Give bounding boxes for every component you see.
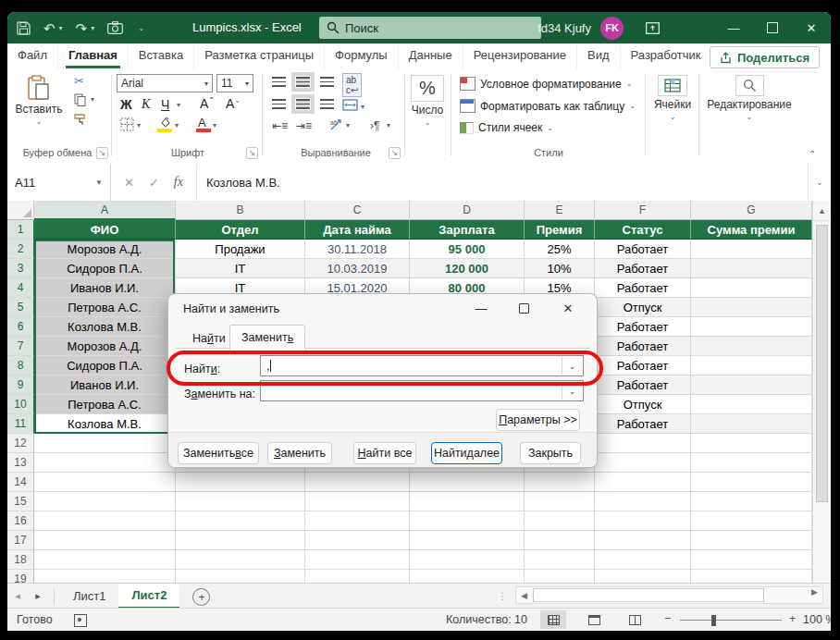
dialog-tab-1[interactable]: Заменить <box>229 325 305 350</box>
find-dropdown-icon[interactable]: ⌄ <box>562 357 582 375</box>
dialog-close-icon[interactable]: ✕ <box>552 294 584 322</box>
cell-D2[interactable]: 95 000 <box>410 240 525 259</box>
font-color-icon[interactable]: А <box>198 116 206 129</box>
column-header-F[interactable]: F <box>595 201 691 220</box>
italic-button[interactable]: К <box>142 97 150 112</box>
ribbon-display-options-icon[interactable] <box>633 12 672 43</box>
cell-D14[interactable] <box>410 473 525 492</box>
cell-A10[interactable]: Петрова А.С. <box>34 395 176 414</box>
qat-customize-icon[interactable]: ⌄ <box>138 24 144 32</box>
alignment-dialog-launcher-icon[interactable]: ↘ <box>389 147 401 159</box>
borders-icon[interactable] <box>120 117 134 131</box>
dialog-maximize-icon[interactable] <box>508 294 539 322</box>
row-header-18[interactable]: 18 <box>7 550 34 570</box>
cell-B2[interactable]: Продажи <box>176 240 305 259</box>
ribbon-tab-7[interactable]: Вид <box>577 43 621 69</box>
zoom-slider-thumb[interactable] <box>711 615 716 626</box>
cell-A4[interactable]: Иванов И.И. <box>34 278 176 298</box>
row-header-5[interactable]: 5 <box>7 298 34 317</box>
collapse-ribbon-icon[interactable]: ⌃ <box>809 149 816 159</box>
select-all-corner[interactable] <box>7 201 34 220</box>
cell-F18[interactable] <box>595 550 691 570</box>
cells-button[interactable]: Ячейки ⌄ <box>649 75 696 121</box>
cell-G2[interactable] <box>691 240 812 259</box>
cell-C14[interactable] <box>305 473 410 492</box>
cell-A16[interactable] <box>34 511 176 531</box>
sheet-tab-Лист1[interactable]: Лист1 <box>60 584 118 609</box>
align-middle-icon[interactable] <box>296 77 310 87</box>
cancel-entry-icon[interactable]: ✕ <box>124 176 134 190</box>
cell-F10[interactable]: Отпуск <box>595 395 691 414</box>
save-icon[interactable] <box>17 21 31 35</box>
table-header-cell[interactable]: Статус <box>595 220 691 240</box>
sheet-nav-left-icon[interactable]: ◂ <box>7 584 28 609</box>
horizontal-scrollbar[interactable]: ◀ ▶ <box>515 586 823 604</box>
confirm-entry-icon[interactable]: ✓ <box>149 176 159 190</box>
underline-button[interactable]: Ч <box>161 97 169 112</box>
replace-dropdown-icon[interactable]: ⌄ <box>562 382 582 400</box>
cell-A6[interactable]: Козлова М.В. <box>34 317 176 337</box>
dialog-button-4[interactable]: Закрыть <box>520 442 581 464</box>
table-header-cell[interactable]: Зарплата <box>410 220 525 240</box>
cell-D19[interactable] <box>410 570 525 583</box>
dialog-minimize-icon[interactable]: — <box>465 294 497 322</box>
cell-C18[interactable] <box>305 550 410 570</box>
cell-G15[interactable] <box>691 492 812 511</box>
cell-F15[interactable] <box>595 492 691 511</box>
decrease-font-icon[interactable]: А⌄ <box>226 96 241 111</box>
table-header-cell[interactable]: Дата найма <box>305 220 410 240</box>
text-direction-icon[interactable]: ›¶ <box>370 119 379 132</box>
ribbon-tab-1[interactable]: Главная <box>58 43 129 69</box>
ribbon-tab-3[interactable]: Разметка страницы <box>194 43 325 69</box>
redo-icon[interactable]: ↷ <box>76 21 88 35</box>
editing-button[interactable]: Редактирование ⌄ <box>703 75 796 121</box>
cell-G5[interactable] <box>691 298 812 317</box>
zoom-out-icon[interactable]: − <box>664 612 671 625</box>
replace-input[interactable]: ⌄ <box>260 380 584 401</box>
scroll-left-icon[interactable]: ◀ <box>516 587 532 603</box>
column-header-B[interactable]: B <box>176 201 305 220</box>
row-header-13[interactable]: 13 <box>7 453 34 473</box>
cell-E16[interactable] <box>525 511 595 531</box>
cell-G11[interactable] <box>691 414 812 434</box>
cell-G4[interactable] <box>691 278 812 298</box>
font-dialog-launcher-icon[interactable]: ↘ <box>246 147 258 159</box>
font-color-dropdown-icon[interactable]: ▾ <box>213 121 216 129</box>
cell-D15[interactable] <box>410 492 525 511</box>
find-input[interactable]: , ⌄ <box>260 355 584 376</box>
cell-F4[interactable]: Работает <box>595 278 691 298</box>
cell-A5[interactable]: Петрова А.С. <box>34 298 176 317</box>
cell-G3[interactable] <box>691 259 812 278</box>
cell-D3[interactable]: 120 000 <box>410 259 525 278</box>
cell-C2[interactable]: 30.11.2018 <box>305 240 410 259</box>
row-header-19[interactable]: 19 <box>7 570 34 583</box>
cell-B17[interactable] <box>176 531 305 550</box>
fill-color-icon[interactable] <box>158 117 172 128</box>
ribbon-tab-0[interactable]: Файл <box>7 43 58 69</box>
wrap-text-icon[interactable]: abc↩ <box>342 73 362 97</box>
cell-C16[interactable] <box>305 511 410 531</box>
align-left-icon[interactable] <box>272 99 286 109</box>
copy-icon[interactable] <box>74 93 86 106</box>
text-direction-dropdown-icon[interactable]: ▾ <box>387 121 390 129</box>
minimize-button[interactable]: — <box>714 12 753 43</box>
cell-B18[interactable] <box>176 550 305 570</box>
row-header-7[interactable]: 7 <box>7 337 34 356</box>
ribbon-tab-6[interactable]: Рецензирование <box>463 43 577 69</box>
cut-icon[interactable]: ✂ <box>74 74 84 88</box>
scroll-up-icon[interactable]: ▲ <box>813 201 831 221</box>
cell-G6[interactable] <box>691 317 812 337</box>
dialog-button-3[interactable]: Найти далее <box>431 442 502 464</box>
cell-B19[interactable] <box>176 570 305 583</box>
row-header-9[interactable]: 9 <box>7 375 34 395</box>
align-bottom-icon[interactable] <box>320 77 334 87</box>
cell-G13[interactable] <box>691 453 812 473</box>
cell-F7[interactable]: Работает <box>595 337 691 356</box>
row-header-6[interactable]: 6 <box>7 317 34 337</box>
share-button[interactable]: Поделиться <box>710 46 820 68</box>
cell-G19[interactable] <box>691 570 812 583</box>
cell-A9[interactable]: Иванов И.И. <box>34 375 176 395</box>
macro-record-icon[interactable] <box>74 614 87 627</box>
table-header-cell[interactable]: Премия <box>525 220 595 240</box>
cell-styles-button[interactable]: Стили ячеек ⌄ <box>460 121 553 134</box>
